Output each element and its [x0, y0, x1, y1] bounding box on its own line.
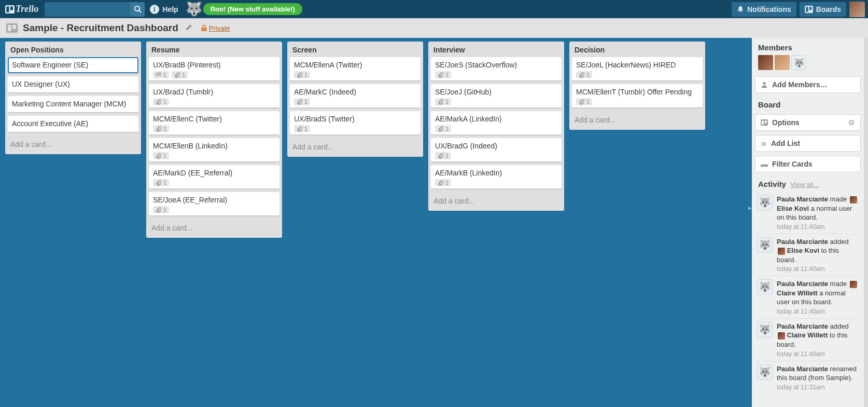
member-avatar[interactable]: 🐺 [791, 55, 806, 70]
card[interactable]: Account Executive (AE) [8, 116, 138, 132]
search-button[interactable] [130, 2, 145, 17]
pencil-icon [186, 24, 192, 31]
card-title: Marketing Content Manager (MCM) [12, 100, 134, 108]
card[interactable]: UX/BradJ (Tumblr)1 [149, 84, 279, 108]
card[interactable]: MCM/EllenB (LinkedIn)1 [149, 138, 279, 162]
search-input[interactable] [45, 2, 130, 17]
attachments-count: 1 [445, 180, 449, 186]
card[interactable]: MCM/EllenA (Twitter)1 [290, 57, 421, 81]
add-card-button[interactable]: Add a card... [5, 135, 141, 154]
card[interactable]: UX/BradB (Pinterest)11 [149, 57, 279, 81]
user-avatar[interactable] [849, 2, 865, 17]
scrollbar-track[interactable] [864, 38, 868, 407]
list: ScreenMCM/EllenA (Twitter)1AE/MarkC (Ind… [287, 42, 423, 157]
attachments-count: 1 [445, 126, 449, 132]
card-title: UX/BradJ (Tumblr) [153, 88, 275, 96]
help-link[interactable]: i Help [150, 5, 178, 14]
attachments-count: 1 [163, 99, 166, 105]
activity-avatar[interactable]: 🐺 [757, 279, 773, 295]
card-title: SE/JoeS (StackOverflow) [435, 61, 557, 69]
card[interactable]: SE/JoeA (EE_Referral)1 [149, 192, 279, 216]
board-icon [6, 23, 18, 33]
card-title: MCM/EllenA (Twitter) [294, 61, 416, 69]
add-list-button[interactable]: ≣ Add List [755, 135, 861, 152]
husky-mascot[interactable]: 🐺 [185, 0, 203, 19]
search-icon [134, 5, 142, 13]
card[interactable]: UX Designer (UX) [8, 76, 138, 93]
badges: 1 [153, 152, 275, 159]
view-all-link[interactable]: View all... [790, 181, 819, 188]
attachments-badge: 1 [435, 179, 451, 186]
board-area[interactable]: Open PositionsSoftware Engineer (SE)UX D… [0, 38, 752, 407]
badges: 1 [576, 71, 698, 78]
card[interactable]: MCM/EllenT (Tumblr) Offer Pending1 [572, 84, 703, 108]
attachments-badge: 1 [435, 152, 451, 159]
card[interactable]: Marketing Content Manager (MCM) [8, 96, 138, 113]
list-header[interactable]: Decision [569, 42, 705, 57]
notifications-button[interactable]: Notifications [732, 2, 796, 17]
list: ResumeUX/BradB (Pinterest)11UX/BradJ (Tu… [146, 42, 282, 238]
card[interactable]: UX/BradG (Indeed)1 [431, 138, 562, 162]
list-header[interactable]: Interview [428, 42, 564, 57]
member-avatar[interactable] [758, 55, 773, 70]
activity-item: 🐺Paula Marciante added Elise Kovi to thi… [755, 234, 861, 276]
svg-rect-1 [7, 6, 9, 12]
svg-rect-8 [806, 7, 808, 12]
activity-text: Paula Marciante added Claire Willett to … [777, 322, 859, 349]
list-header[interactable]: Open Positions [5, 42, 141, 57]
card[interactable]: Software Engineer (SE) [8, 57, 138, 73]
card[interactable]: AE/MarkC (Indeed)1 [290, 84, 421, 108]
card-title: MCM/EllenC (Twitter) [153, 115, 275, 123]
member-avatar[interactable] [775, 55, 790, 70]
card[interactable]: UX/BradS (Twitter)1 [290, 111, 421, 135]
boards-button[interactable]: Boards [800, 2, 846, 17]
privacy-toggle[interactable]: Private [201, 24, 230, 32]
card[interactable]: AE/MarkB (LinkedIn)1 [431, 165, 562, 189]
filter-cards-button[interactable]: ▬ Filter Cards [755, 156, 861, 172]
board-small-icon [761, 119, 768, 126]
card[interactable]: AE/MarkD (EE_Referral)1 [149, 165, 279, 189]
activity-item: 🐺Paula Marciante made Claire Willett a n… [755, 276, 861, 318]
card[interactable]: AE/MarkA (LinkedIn)1 [431, 111, 562, 135]
edit-title-button[interactable] [186, 24, 192, 32]
attachments-count: 1 [163, 153, 166, 159]
activity-avatar[interactable]: 🐺 [757, 322, 773, 337]
board-icon [5, 5, 15, 13]
add-card-button[interactable]: Add a card... [428, 192, 564, 211]
activity-avatar[interactable]: 🐺 [757, 195, 773, 210]
board-title[interactable]: Sample - Recruitment Dashboard [23, 22, 178, 34]
attachments-count: 1 [304, 126, 307, 132]
cards-container: MCM/EllenA (Twitter)1AE/MarkC (Indeed)1U… [287, 57, 423, 138]
top-header: Trello i Help 🐺 Roo! (New stuff availabl… [0, 0, 868, 18]
activity-avatar[interactable]: 🐺 [757, 237, 773, 253]
card[interactable]: MCM/EllenC (Twitter)1 [149, 111, 279, 135]
card[interactable]: SE/JoeS (StackOverflow)1 [431, 57, 562, 81]
sidebar-collapse-caret[interactable]: ▸ [748, 204, 752, 212]
attachments-badge: 1 [576, 71, 592, 78]
list-header[interactable]: Screen [287, 42, 423, 57]
card-title: SE/JoeJ (GitHub) [435, 88, 557, 96]
list: InterviewSE/JoeS (StackOverflow)1SE/JoeJ… [428, 42, 564, 211]
list-header[interactable]: Resume [146, 42, 282, 57]
add-members-button[interactable]: Add Members… [755, 76, 861, 93]
attachments-badge: 1 [153, 152, 169, 159]
person-icon [761, 81, 768, 88]
svg-point-3 [135, 6, 139, 11]
comments-badge: 1 [153, 71, 169, 78]
add-card-button[interactable]: Add a card... [569, 111, 705, 130]
cards-container: Software Engineer (SE)UX Designer (UX)Ma… [5, 57, 141, 135]
badges: 1 [435, 98, 557, 105]
trello-logo[interactable]: Trello [3, 4, 40, 15]
attachments-badge: 1 [435, 98, 451, 105]
card[interactable]: SE/JoeL (HackerNews) HIRED1 [572, 57, 703, 81]
attachments-badge: 1 [153, 179, 169, 186]
activity-avatar[interactable]: 🐺 [757, 364, 773, 380]
activity-item: 🐺Paula Marciante added Claire Willett to… [755, 318, 861, 361]
roo-notification[interactable]: Roo! (New stuff available!) [203, 3, 302, 15]
add-card-button[interactable]: Add a card... [287, 138, 423, 157]
card[interactable]: SE/JoeJ (GitHub)1 [431, 84, 562, 108]
svg-rect-14 [762, 120, 764, 125]
add-card-button[interactable]: Add a card... [146, 219, 282, 238]
attachments-badge: 1 [172, 71, 188, 78]
options-button[interactable]: Options ⚙ [755, 114, 861, 131]
